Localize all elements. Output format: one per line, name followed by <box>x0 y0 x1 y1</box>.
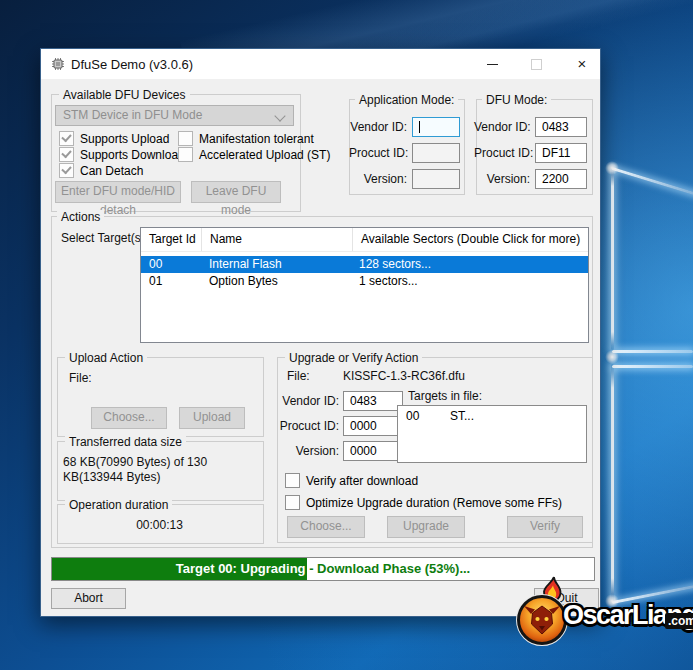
checkbox-accelerated-upload[interactable]: Accelerated Upload (ST) <box>178 147 330 162</box>
device-dropdown[interactable]: STM Device in DFU Mode <box>55 105 294 126</box>
checkbox-checked-icon <box>59 131 74 146</box>
wallpaper-logo-line <box>612 350 693 353</box>
dfu-vendor-id-field[interactable]: 0483 <box>535 117 587 137</box>
targets-in-file-list[interactable]: 00 ST... <box>397 405 587 463</box>
minimize-button[interactable] <box>476 49 508 79</box>
chevron-down-icon <box>274 110 285 121</box>
dfu-version-field[interactable]: 2200 <box>535 169 587 189</box>
checkbox-checked-icon <box>59 163 74 178</box>
version-label: Version: <box>349 172 407 186</box>
upgrade-file-value: KISSFC-1.3-RC36f.dfu <box>343 369 465 383</box>
checkbox-label: Accelerated Upload (ST) <box>199 148 330 162</box>
targets-table: Target Id Name Available Sectors (Double… <box>140 227 589 343</box>
checkbox-unchecked-icon <box>178 147 193 162</box>
upload-file-label: File: <box>69 371 92 385</box>
checkbox-can-detach[interactable]: Can Detach <box>59 163 143 178</box>
app-version-input[interactable] <box>412 169 460 189</box>
vendor-id-label: Vendor ID: <box>349 120 407 134</box>
cell-name: Option Bytes <box>201 273 351 290</box>
verify-button[interactable]: Verify <box>507 516 583 538</box>
wallpaper-glow <box>605 350 619 364</box>
group-label: Transferred data size <box>65 435 186 449</box>
app-vendor-id-input[interactable] <box>412 117 460 137</box>
chip-icon <box>50 56 66 72</box>
window-title: DfuSe Demo (v3.0.6) <box>71 57 193 72</box>
dragon-badge-icon <box>516 594 568 646</box>
checkbox-manifestation-tolerant[interactable]: Manifestation tolerant <box>178 131 314 146</box>
checkbox-optimize-upgrade[interactable]: Optimize Upgrade duration (Remove some F… <box>285 495 562 510</box>
checkbox-label: Manifestation tolerant <box>199 132 314 146</box>
checkbox-label: Optimize Upgrade duration (Remove some F… <box>306 496 562 510</box>
upload-choose-button[interactable]: Choose... <box>91 407 167 429</box>
table-header: Target Id Name Available Sectors (Double… <box>141 228 588 252</box>
upgrade-file-label: File: <box>287 369 310 383</box>
dfuse-demo-window: DfuSe Demo (v3.0.6) × Available DFU Devi… <box>40 48 601 617</box>
select-targets-label: Select Target(s): <box>61 231 148 245</box>
leave-dfu-mode-button[interactable]: Leave DFU mode <box>191 181 281 203</box>
upgrade-version-field[interactable]: 0000 <box>343 441 403 461</box>
checkbox-unchecked-icon <box>178 131 193 146</box>
upload-button[interactable]: Upload <box>179 407 245 429</box>
upgrade-product-id-field[interactable]: 0000 <box>343 416 403 436</box>
group-label: Actions <box>57 210 104 224</box>
upgrade-button[interactable]: Upgrade <box>387 516 465 538</box>
abort-button[interactable]: Abort <box>51 588 126 609</box>
oscarliang-watermark: OscarLiang .com <box>516 576 693 652</box>
checkbox-unchecked-icon <box>285 495 300 510</box>
group-label: Upgrade or Verify Action <box>285 351 422 365</box>
group-label: DFU Mode: <box>482 93 551 107</box>
app-product-id-input[interactable] <box>412 143 460 163</box>
dfu-product-id-field[interactable]: DF11 <box>535 143 587 163</box>
cell-sectors: 1 sectors... <box>351 273 588 290</box>
checkbox-checked-icon <box>59 147 74 162</box>
checkbox-supports-download[interactable]: Supports Download <box>59 147 185 162</box>
close-button[interactable]: × <box>566 49 598 79</box>
table-row[interactable]: 01 Option Bytes 1 sectors... <box>141 273 588 290</box>
cell-name: Internal Flash <box>201 256 351 273</box>
group-label: Upload Action <box>65 351 147 365</box>
product-id-label: Procuct ID: <box>349 146 407 160</box>
checkbox-label: Supports Download <box>80 148 185 162</box>
title-bar[interactable]: DfuSe Demo (v3.0.6) × <box>41 49 600 79</box>
product-id-label: Procuct ID: <box>279 419 339 433</box>
checkbox-label: Can Detach <box>80 164 143 178</box>
wallpaper-logo-line <box>612 167 693 197</box>
wallpaper-logo-line <box>611 168 614 350</box>
upgrade-vendor-id-field[interactable]: 0483 <box>343 391 403 411</box>
maximize-icon <box>531 59 542 70</box>
maximize-button <box>520 49 552 79</box>
targets-in-file-label: Targets in file: <box>408 389 482 403</box>
minimize-icon <box>487 64 498 65</box>
group-label: Application Mode: <box>355 93 458 107</box>
vendor-id-label: Vendor ID: <box>474 120 530 134</box>
upgrade-choose-button[interactable]: Choose... <box>287 516 365 538</box>
cell-sectors: 128 sectors... <box>351 256 588 273</box>
list-item-name: ST... <box>450 408 474 424</box>
group-label: Operation duration <box>65 498 172 512</box>
column-header-sectors[interactable]: Available Sectors (Double Click for more… <box>353 228 588 251</box>
cell-target-id: 00 <box>141 256 201 273</box>
column-header-target-id[interactable]: Target Id <box>141 228 202 251</box>
table-row[interactable]: 00 Internal Flash 128 sectors... <box>141 256 588 273</box>
version-label: Version: <box>279 444 339 458</box>
product-id-label: Procuct ID: <box>474 146 530 160</box>
checkbox-verify-after-download[interactable]: Verify after download <box>285 473 418 488</box>
progress-bar: Target 00: Upgrading - Download Phase (5… <box>51 557 595 581</box>
checkbox-label: Verify after download <box>306 474 418 488</box>
text-caret <box>419 121 420 133</box>
wallpaper-logo-line <box>611 364 614 602</box>
progress-label: Target 00: Upgrading - Download Phase (5… <box>52 558 307 580</box>
progress-fill: Target 00: Upgrading - Download Phase (5… <box>52 558 307 580</box>
wallpaper-glow <box>605 161 619 175</box>
watermark-tld: .com <box>665 613 693 629</box>
duration-value: 00:00:13 <box>57 518 262 532</box>
group-label: Available DFU Devices <box>59 88 190 102</box>
enter-dfu-mode-button[interactable]: Enter DFU mode/HID detach <box>55 181 181 203</box>
cell-target-id: 01 <box>141 273 201 290</box>
checkbox-supports-upload[interactable]: Supports Upload <box>59 131 169 146</box>
column-header-name[interactable]: Name <box>202 228 353 251</box>
wallpaper-logo-line <box>612 365 693 368</box>
transferred-value: 68 KB(70990 Bytes) of 130 KB(133944 Byte… <box>63 455 255 485</box>
checkbox-unchecked-icon <box>285 473 300 488</box>
list-item[interactable]: 00 ST... <box>398 406 586 424</box>
